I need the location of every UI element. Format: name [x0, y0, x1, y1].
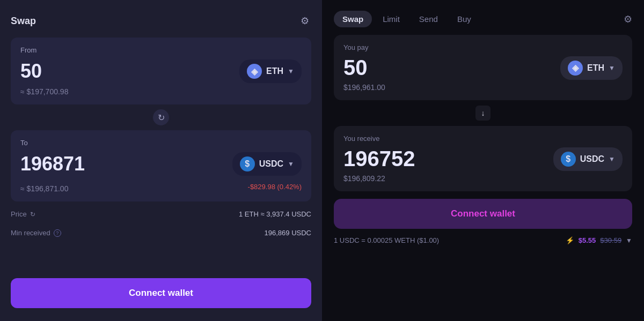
from-token-selector[interactable]: ◈ ETH ▼ — [239, 59, 302, 83]
receive-token-label: USDC — [580, 154, 604, 164]
you-pay-label: You pay — [343, 43, 623, 51]
refresh-icon[interactable]: ↻ — [30, 211, 35, 218]
min-received-text: Min received — [11, 229, 50, 237]
to-label: To — [20, 139, 302, 147]
you-pay-usd: $196,961.00 — [343, 83, 623, 92]
rate-text: 1 USDC = 0.00025 WETH ($1.00) — [334, 236, 439, 244]
to-box: To 196871 $ USDC ▼ ≈ $196,871.00 -$829.9… — [11, 130, 311, 201]
you-pay-amount[interactable]: 50 — [343, 56, 368, 80]
price-impact: -$829.98 (0.42%) — [248, 183, 302, 191]
you-pay-row: 50 ◈ ETH ▼ — [343, 56, 623, 80]
fee-current: $5.55 — [579, 236, 596, 244]
from-label: From — [20, 46, 302, 54]
left-panel-title: Swap — [11, 16, 36, 27]
usdc-icon: $ — [240, 156, 255, 171]
from-row: 50 ◈ ETH ▼ — [20, 59, 302, 83]
pay-token-selector[interactable]: ◈ ETH ▼ — [560, 56, 623, 80]
from-usd-value: ≈ $197,700.98 — [20, 87, 302, 96]
you-receive-row: 196752 $ USDC ▼ — [343, 147, 623, 171]
right-panel: Swap Limit Send Buy ⚙ You pay 50 ◈ ETH ▼… — [322, 0, 644, 321]
tab-buy[interactable]: Buy — [449, 11, 480, 27]
rate-expand-button[interactable]: ▼ — [626, 237, 632, 244]
pay-token-label: ETH — [587, 63, 604, 73]
receive-chevron-icon: ▼ — [609, 155, 615, 163]
you-receive-box: You receive 196752 $ USDC ▼ $196,809.22 — [334, 126, 632, 191]
to-row: 196871 $ USDC ▼ — [20, 152, 302, 176]
you-pay-box: You pay 50 ◈ ETH ▼ $196,961.00 — [334, 35, 632, 100]
right-usdc-icon: $ — [561, 152, 576, 167]
right-connect-wallet-button[interactable]: Connect wallet — [334, 199, 632, 229]
left-settings-button[interactable]: ⚙ — [298, 13, 311, 29]
left-panel: Swap ⚙ From 50 ◈ ETH ▼ ≈ $197,700.98 ↻ T… — [0, 0, 322, 321]
price-rate-value: 1 ETH ≈ 3,937.4 USDC — [239, 210, 311, 218]
right-swap-direction-container: ↓ — [334, 104, 632, 122]
min-received-label-container: Min received ? — [11, 229, 61, 237]
tab-swap[interactable]: Swap — [334, 11, 372, 27]
receive-token-selector[interactable]: $ USDC ▼ — [553, 147, 623, 171]
you-receive-label: You receive — [343, 135, 623, 143]
min-received-row: Min received ? 196,869 USDC — [11, 227, 311, 239]
lightning-icon: ⚡ — [566, 236, 574, 244]
min-received-value: 196,869 USDC — [265, 229, 311, 237]
price-label-container: Price ↻ — [11, 210, 35, 218]
rate-row: 1 USDC = 0.00025 WETH ($1.00) ⚡ $5.55 $3… — [334, 234, 632, 247]
price-info-row: Price ↻ 1 ETH ≈ 3,937.4 USDC — [11, 208, 311, 220]
to-chevron-icon: ▼ — [288, 160, 294, 168]
swap-direction-container: ↻ — [11, 108, 311, 127]
swap-direction-button[interactable]: ↻ — [151, 108, 171, 127]
right-settings-button[interactable]: ⚙ — [624, 13, 632, 25]
left-panel-header: Swap ⚙ — [11, 13, 311, 29]
tab-limit[interactable]: Limit — [374, 11, 408, 27]
pay-chevron-icon: ▼ — [609, 64, 615, 72]
eth-icon: ◈ — [247, 64, 262, 79]
left-connect-wallet-button[interactable]: Connect wallet — [11, 278, 311, 308]
to-token-label: USDC — [259, 159, 283, 169]
price-text: Price — [11, 210, 27, 218]
right-eth-icon: ◈ — [568, 61, 583, 76]
fee-original: $30.59 — [600, 236, 621, 244]
you-receive-usd: $196,809.22 — [343, 174, 623, 183]
from-token-label: ETH — [266, 66, 283, 76]
to-token-selector[interactable]: $ USDC ▼ — [232, 152, 302, 176]
right-swap-direction-button[interactable]: ↓ — [474, 104, 492, 122]
from-amount[interactable]: 50 — [20, 60, 42, 83]
rate-fees: ⚡ $5.55 $30.59 ▼ — [566, 236, 632, 244]
tabs-row: Swap Limit Send Buy ⚙ — [334, 11, 632, 27]
to-usd-value: ≈ $196,871.00 — [20, 184, 68, 193]
tab-send[interactable]: Send — [411, 11, 447, 27]
info-icon[interactable]: ? — [54, 229, 61, 237]
from-chevron-icon: ▼ — [288, 68, 294, 75]
to-amount[interactable]: 196871 — [20, 153, 85, 175]
from-box: From 50 ◈ ETH ▼ ≈ $197,700.98 — [11, 38, 311, 104]
you-receive-amount[interactable]: 196752 — [343, 147, 415, 171]
